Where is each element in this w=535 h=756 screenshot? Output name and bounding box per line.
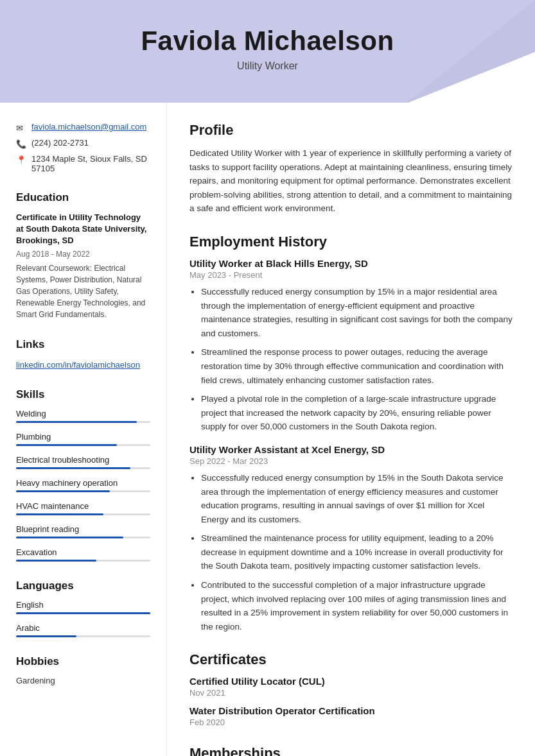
job-date: Sep 2022 - Mar 2023 xyxy=(189,456,513,466)
hobby-item: Gardening xyxy=(16,676,150,685)
job-bullets: Successfully reduced energy consumption … xyxy=(189,471,513,634)
job-title: Utility Worker at Black Hills Energy, SD xyxy=(189,258,513,269)
skill-bar-fill xyxy=(16,537,123,538)
skill-item: Welding xyxy=(16,409,150,423)
email-item: ✉ faviola.michaelson@gmail.com xyxy=(16,122,150,133)
languages-title: Languages xyxy=(16,580,150,592)
lang-bar-bg xyxy=(16,612,150,614)
lang-bar-fill xyxy=(16,612,150,614)
cert-entry: Water Distribution Operator Certificatio… xyxy=(189,705,513,727)
edu-coursework: Relevant Coursework: Electrical Systems,… xyxy=(16,262,150,320)
lang-bar-fill xyxy=(16,635,76,637)
hobbies-title: Hobbies xyxy=(16,655,150,668)
skill-item: Blueprint reading xyxy=(16,524,150,538)
language-item: English xyxy=(16,600,150,614)
skills-title: Skills xyxy=(16,388,150,401)
skill-item: Plumbing xyxy=(16,432,150,446)
bullet-item: Contributed to the successful completion… xyxy=(201,578,513,633)
skill-label: Plumbing xyxy=(16,432,150,442)
languages-list: English Arabic xyxy=(16,600,150,637)
candidate-title: Utility Worker xyxy=(26,60,509,72)
bullet-item: Streamlined the response process to powe… xyxy=(201,345,513,387)
languages-section: Languages English Arabic xyxy=(16,580,150,637)
skill-bar-fill xyxy=(16,513,103,515)
skill-bar-fill xyxy=(16,444,117,446)
edu-degree: Certificate in Utility Technology at Sou… xyxy=(16,212,150,247)
bullet-item: Played a pivotal role in the completion … xyxy=(201,392,513,434)
location-icon: 📍 xyxy=(16,155,26,165)
cert-date: Feb 2020 xyxy=(189,717,513,727)
resume-container: Faviola Michaelson Utility Worker ✉ favi… xyxy=(0,0,535,756)
sidebar: ✉ faviola.michaelson@gmail.com 📞 (224) 2… xyxy=(0,103,167,756)
skill-bar-bg xyxy=(16,560,150,562)
cert-date: Nov 2021 xyxy=(189,688,513,698)
linkedin-link[interactable]: linkedin.com/in/faviolamichaelson xyxy=(16,360,140,370)
body: ✉ faviola.michaelson@gmail.com 📞 (224) 2… xyxy=(0,103,535,756)
phone-value: (224) 202-2731 xyxy=(31,138,89,148)
memberships-title: Memberships xyxy=(189,745,513,756)
email-icon: ✉ xyxy=(16,123,26,133)
skill-item: Excavation xyxy=(16,547,150,562)
skill-label: Excavation xyxy=(16,547,150,557)
profile-title: Profile xyxy=(189,122,513,139)
skill-item: Heavy machinery operation xyxy=(16,478,150,492)
skill-bar-bg xyxy=(16,490,150,492)
phone-item: 📞 (224) 202-2731 xyxy=(16,138,150,149)
skill-item: Electrical troubleshooting xyxy=(16,455,150,469)
hobbies-list: Gardening xyxy=(16,676,150,685)
cert-entry: Certified Utility Locator (CUL) Nov 2021 xyxy=(189,676,513,698)
bullet-item: Streamlined the maintenance process for … xyxy=(201,531,513,573)
job-entry: Utility Worker Assistant at Xcel Energy,… xyxy=(189,444,513,634)
links-section: Links linkedin.com/in/faviolamichaelson xyxy=(16,338,150,370)
lang-label: English xyxy=(16,600,150,610)
profile-text: Dedicated Utility Worker with 1 year of … xyxy=(189,146,513,216)
email-link[interactable]: faviola.michaelson@gmail.com xyxy=(31,122,146,132)
address-item: 📍 1234 Maple St, Sioux Falls, SD 57105 xyxy=(16,154,150,173)
jobs-list: Utility Worker at Black Hills Energy, SD… xyxy=(189,258,513,633)
certificates-title: Certificates xyxy=(189,651,513,668)
edu-date: Aug 2018 - May 2022 xyxy=(16,250,150,259)
skills-list: Welding Plumbing Electrical troubleshoot… xyxy=(16,409,150,562)
profile-section: Profile Dedicated Utility Worker with 1 … xyxy=(189,122,513,216)
skill-bar-bg xyxy=(16,421,150,423)
skills-section: Skills Welding Plumbing Electrical troub… xyxy=(16,388,150,562)
candidate-name: Faviola Michaelson xyxy=(26,26,509,56)
lang-bar-bg xyxy=(16,635,150,637)
employment-title: Employment History xyxy=(189,234,513,250)
memberships-section: Memberships International Brotherhood of… xyxy=(189,745,513,756)
bullet-item: Successfully reduced energy consumption … xyxy=(201,285,513,340)
lang-label: Arabic xyxy=(16,623,150,633)
job-date: May 2023 - Present xyxy=(189,270,513,280)
skill-bar-fill xyxy=(16,421,137,423)
skill-bar-fill xyxy=(16,560,96,562)
cert-name: Water Distribution Operator Certificatio… xyxy=(189,705,513,716)
skill-label: HVAC maintenance xyxy=(16,501,150,511)
job-bullets: Successfully reduced energy consumption … xyxy=(189,285,513,434)
header: Faviola Michaelson Utility Worker xyxy=(0,0,535,103)
phone-icon: 📞 xyxy=(16,139,26,149)
address-value: 1234 Maple St, Sioux Falls, SD 57105 xyxy=(31,154,150,173)
links-title: Links xyxy=(16,338,150,351)
education-title: Education xyxy=(16,191,150,204)
skill-bar-bg xyxy=(16,537,150,538)
job-entry: Utility Worker at Black Hills Energy, SD… xyxy=(189,258,513,434)
skill-bar-bg xyxy=(16,444,150,446)
contact-section: ✉ faviola.michaelson@gmail.com 📞 (224) 2… xyxy=(16,122,150,173)
cert-name: Certified Utility Locator (CUL) xyxy=(189,676,513,687)
skill-bar-bg xyxy=(16,513,150,515)
skill-label: Heavy machinery operation xyxy=(16,478,150,488)
certs-list: Certified Utility Locator (CUL) Nov 2021… xyxy=(189,676,513,727)
skill-item: HVAC maintenance xyxy=(16,501,150,515)
skill-label: Blueprint reading xyxy=(16,524,150,534)
bullet-item: Successfully reduced energy consumption … xyxy=(201,471,513,526)
language-item: Arabic xyxy=(16,623,150,637)
education-section: Education Certificate in Utility Technol… xyxy=(16,191,150,320)
hobbies-section: Hobbies Gardening xyxy=(16,655,150,685)
skill-bar-fill xyxy=(16,467,130,469)
skill-label: Electrical troubleshooting xyxy=(16,455,150,465)
skill-bar-fill xyxy=(16,490,110,492)
employment-section: Employment History Utility Worker at Bla… xyxy=(189,234,513,633)
certificates-section: Certificates Certified Utility Locator (… xyxy=(189,651,513,727)
main-content: Profile Dedicated Utility Worker with 1 … xyxy=(167,103,535,756)
skill-label: Welding xyxy=(16,409,150,418)
